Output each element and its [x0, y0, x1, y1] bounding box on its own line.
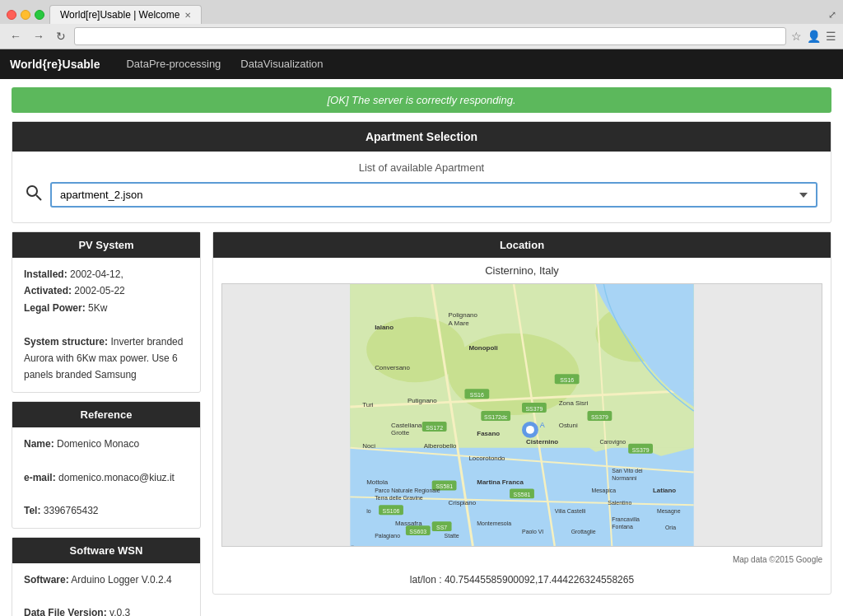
server-status-bar: [OK] The server is correctly responding.	[12, 87, 831, 113]
forward-button[interactable]: →	[30, 28, 48, 44]
svg-text:Polignano: Polignano	[449, 311, 478, 319]
apartment-subtitle: List of available Apartment	[26, 161, 817, 174]
nav-data-visualization[interactable]: DataVisualization	[231, 49, 333, 79]
svg-text:Massafra: Massafra	[395, 520, 422, 527]
svg-text:Alberobello: Alberobello	[424, 442, 457, 450]
svg-text:A: A	[540, 421, 545, 429]
svg-line-1	[36, 195, 41, 200]
back-button[interactable]: ←	[7, 28, 25, 44]
svg-text:Ialano: Ialano	[375, 324, 394, 331]
svg-text:SS172dc: SS172dc	[484, 414, 508, 420]
svg-text:Putignano: Putignano	[408, 397, 437, 404]
reference-name: Name: Domenico Monaco	[24, 436, 189, 452]
svg-text:Oria: Oria	[665, 525, 676, 530]
svg-text:Paolo VI: Paolo VI	[522, 529, 543, 534]
svg-text:Latiano: Latiano	[653, 487, 676, 494]
nav-data-preprocessing[interactable]: DataPre-processing	[116, 49, 231, 79]
svg-text:SS379: SS379	[632, 447, 650, 453]
svg-text:SS581: SS581	[514, 492, 531, 497]
svg-text:©: ©	[350, 544, 355, 546]
title-bar: World[re]Usable | Welcome ✕ ⤢	[0, 0, 843, 24]
svg-text:Cisternino: Cisternino	[526, 438, 558, 446]
svg-text:SS106: SS106	[383, 508, 400, 514]
apartment-select[interactable]: apartment_1.json apartment_2.json apartm…	[50, 182, 817, 208]
app-wrapper: World{re}Usable DataPre-processing DataV…	[0, 49, 843, 616]
traffic-lights	[7, 10, 44, 20]
apartment-selection-body: List of available Apartment apartment_1.…	[12, 152, 831, 222]
svg-text:Parco Naturale Regionale: Parco Naturale Regionale	[375, 488, 440, 494]
tab-close-icon[interactable]: ✕	[184, 11, 191, 20]
software-wsn-body: Software: Arduino Logger V.0.2.4 Data Fi…	[12, 563, 200, 616]
svg-text:SS16: SS16	[560, 377, 574, 383]
search-icon	[26, 184, 42, 205]
maximize-button[interactable]	[35, 10, 44, 20]
map-credit: Map data ©2015 Google	[213, 553, 831, 566]
pv-system-header: PV System	[12, 232, 200, 258]
svg-text:SS603: SS603	[409, 529, 426, 534]
svg-text:Martina Franca: Martina Franca	[477, 478, 524, 486]
svg-text:SS172: SS172	[426, 425, 443, 431]
svg-text:A Mare: A Mare	[449, 320, 470, 327]
svg-text:San Vito dei: San Vito dei	[612, 468, 643, 474]
reference-header: Reference	[12, 402, 200, 427]
reload-button[interactable]: ↻	[53, 28, 69, 44]
svg-text:Terra delle Gravine: Terra delle Gravine	[375, 495, 423, 501]
location-city: Cisternino, Italy	[213, 258, 831, 283]
pv-structure: System structure: Inverter branded Auror…	[24, 334, 189, 384]
browser-tab[interactable]: World[re]Usable | Welcome ✕	[49, 5, 202, 24]
apartment-selection-header: Apartment Selection	[12, 122, 831, 152]
svg-text:Grotte: Grotte	[391, 429, 410, 436]
svg-text:SS16: SS16	[470, 392, 484, 398]
top-nav: World{re}Usable DataPre-processing DataV…	[0, 49, 843, 79]
svg-text:Mesagne: Mesagne	[657, 508, 681, 515]
software-wsn-header: Software WSN	[12, 538, 200, 563]
svg-point-0	[27, 186, 37, 196]
svg-text:Fasano: Fasano	[477, 430, 500, 437]
apartment-selection-card: Apartment Selection List of available Ap…	[12, 121, 831, 223]
svg-text:Salentino: Salentino	[608, 500, 631, 506]
svg-text:Montemesola: Montemesola	[477, 520, 511, 526]
user-icon[interactable]: 👤	[807, 30, 821, 43]
pv-system-card: PV System Installed: 2002-04-12, Activat…	[12, 231, 201, 393]
svg-text:lo: lo	[366, 508, 371, 514]
address-bar: ← → ↻ 127.0.0.1:8080/main.html#dp ☆ 👤 ☰	[0, 24, 843, 49]
tab-title: World[re]Usable | Welcome	[60, 9, 179, 21]
map-container: SS16 SS172 SS172dc SS379 SS16 SS379 SS37…	[221, 283, 822, 547]
pv-system-body: Installed: 2002-04-12, Activated: 2002-0…	[12, 258, 200, 392]
svg-text:Zona Sisri: Zona Sisri	[559, 399, 589, 407]
svg-text:Crispiano: Crispiano	[449, 499, 477, 506]
svg-text:Francavilla: Francavilla	[612, 516, 640, 522]
svg-text:Turi: Turi	[362, 401, 374, 408]
software-wsn-card: Software WSN Software: Arduino Logger V.…	[12, 537, 201, 616]
brand-logo: World{re}Usable	[10, 58, 100, 71]
minimize-button[interactable]	[21, 10, 30, 20]
right-column: Location Cisternino, Italy	[212, 231, 831, 616]
svg-text:SS7: SS7	[436, 525, 447, 530]
svg-text:Conversano: Conversano	[375, 364, 410, 371]
address-input[interactable]: 127.0.0.1:8080/main.html#dp	[74, 27, 786, 45]
svg-text:Carovigno: Carovigno	[599, 439, 626, 446]
svg-text:Noci: Noci	[362, 442, 375, 450]
close-button[interactable]	[7, 10, 16, 20]
svg-text:Castellana: Castellana	[391, 422, 422, 429]
apartment-select-row: apartment_1.json apartment_2.json apartm…	[26, 182, 817, 208]
menu-icon[interactable]: ☰	[826, 30, 836, 43]
svg-text:SS379: SS379	[525, 406, 543, 412]
reference-body: Name: Domenico Monaco e-mail: domenico.m…	[12, 427, 200, 528]
map-svg: SS16 SS172 SS172dc SS379 SS16 SS379 SS37…	[222, 284, 822, 546]
pv-installed: Installed: 2002-04-12,	[24, 266, 189, 282]
location-header: Location	[213, 232, 831, 258]
collapse-icon: ⤢	[828, 9, 836, 21]
svg-text:Monopoli: Monopoli	[468, 344, 497, 352]
svg-text:Grottaglie: Grottaglie	[571, 529, 596, 535]
svg-text:SS379: SS379	[591, 414, 608, 420]
pv-activated: Activated: 2002-05-22	[24, 282, 189, 299]
svg-text:Ostuni: Ostuni	[559, 422, 578, 429]
two-column-layout: PV System Installed: 2002-04-12, Activat…	[12, 231, 831, 616]
reference-card: Reference Name: Domenico Monaco e-mail: …	[12, 401, 201, 529]
svg-text:Locorotondo: Locorotondo	[468, 455, 505, 462]
svg-text:Normanni: Normanni	[612, 475, 637, 481]
svg-text:Palagiano: Palagiano	[375, 533, 400, 539]
reference-email: e-mail: domenico.monaco@kiuz.it	[24, 469, 189, 486]
bookmark-icon[interactable]: ☆	[791, 30, 802, 43]
